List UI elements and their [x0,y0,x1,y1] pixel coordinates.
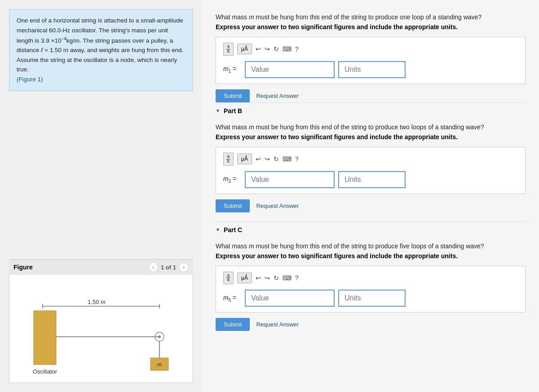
part-b-question: What mass m must be hung from this end o… [216,123,526,131]
svg-text:1.50 m: 1.50 m [88,299,106,305]
part-c-toolbar: ab μÅ ↩ ↪ ↻ ⌨ ? [223,272,518,285]
part-c-value-input[interactable] [245,290,335,307]
help-icon-a[interactable]: ? [295,45,299,53]
part-b-arrow-icon: ▼ [216,108,220,113]
part-a-toolbar: ab μÅ ↩ ↪ ↻ ⌨ ? [223,43,518,56]
part-a-actions: Submit Request Answer [216,89,526,102]
fraction-button-a[interactable]: ab [223,43,234,56]
redo-icon-a[interactable]: ↪ [265,45,270,53]
fraction-button-c[interactable]: ab [223,272,234,285]
part-a-submit-button[interactable]: Submit [216,89,250,102]
mu-button-a[interactable]: μÅ [237,44,252,54]
figure-page: 1 of 1 [161,264,176,271]
svg-text:Oscillator: Oscillator [33,368,57,374]
part-a-answer-box: ab μÅ ↩ ↪ ↻ ⌨ ? m1 = [216,37,526,84]
part-a-request-link[interactable]: Request Answer [256,92,299,99]
part-a-value-input[interactable] [245,61,335,78]
refresh-icon-a[interactable]: ↻ [274,45,279,53]
part-b-input-label: m2 = [223,175,241,184]
part-b-content: What mass m must be hung from this end o… [216,119,526,212]
figure-content: 1.50 m m Oscillator [9,275,193,383]
problem-description: One end of a horizontal string is attach… [9,9,193,91]
svg-point-7 [158,335,161,338]
figure-nav: ‹ 1 of 1 › [148,262,189,272]
keyboard-icon-a[interactable]: ⌨ [283,45,292,53]
part-b-label: Part B [224,107,242,115]
part-c-label: Part C [224,226,242,233]
redo-icon-b[interactable]: ↪ [265,155,270,163]
part-c-input-label: m5 = [223,294,241,303]
figure-link[interactable]: (Figure 1) [17,76,43,83]
help-icon-c[interactable]: ? [295,274,299,282]
part-c-question: What mass m must be hung from this end o… [216,242,526,250]
oscillator-diagram: 1.50 m m Oscillator [20,284,182,374]
redo-icon-c[interactable]: ↪ [265,274,270,282]
svg-text:m: m [157,361,162,368]
part-c-header[interactable]: ▼ Part C [216,221,526,238]
part-c-arrow-icon: ▼ [216,227,220,232]
part-a-units-input[interactable] [338,61,406,78]
part-b-instruction: Express your answer to two significant f… [216,133,526,141]
mu-button-c[interactable]: μÅ [237,273,252,283]
right-panel: What mass m must be hung from this end o… [202,0,539,392]
refresh-icon-b[interactable]: ↻ [274,155,279,163]
part-b-request-link[interactable]: Request Answer [256,203,299,209]
mu-button-b[interactable]: μÅ [237,154,252,164]
part-b-section: ▼ Part B What mass m must be hung from t… [216,102,526,212]
help-icon-b[interactable]: ? [295,155,299,163]
undo-icon-a[interactable]: ↩ [256,45,261,53]
part-b-header[interactable]: ▼ Part B [216,102,526,119]
keyboard-icon-b[interactable]: ⌨ [283,155,292,163]
part-c-request-link[interactable]: Request Answer [256,321,299,328]
part-c-actions: Submit Request Answer [216,318,526,331]
part-c-units-input[interactable] [338,290,406,307]
part-c-section: ▼ Part C What mass m must be hung from t… [216,221,526,331]
figure-section: Figure ‹ 1 of 1 › 1.50 m [0,259,202,383]
undo-icon-b[interactable]: ↩ [256,155,261,163]
part-a-content: What mass m must be hung from this end o… [216,9,526,102]
next-figure-button[interactable]: › [179,262,189,272]
part-c-instruction: Express your answer to two significant f… [216,252,526,260]
left-panel: One end of a horizontal string is attach… [0,0,202,392]
part-c-submit-button[interactable]: Submit [216,318,250,331]
refresh-icon-c[interactable]: ↻ [274,274,279,282]
figure-header: Figure ‹ 1 of 1 › [9,259,193,275]
prev-figure-button[interactable]: ‹ [148,262,158,272]
part-b-input-row: m2 = [223,171,518,188]
svg-rect-0 [34,311,56,365]
part-c-input-row: m5 = [223,290,518,307]
part-a-question: What mass m must be hung from this end o… [216,13,526,21]
part-a-input-label: m1 = [223,65,241,74]
part-c-answer-box: ab μÅ ↩ ↪ ↻ ⌨ ? m5 = [216,266,526,313]
part-c-content: What mass m must be hung from this end o… [216,238,526,331]
part-a-instruction: Express your answer to two significant f… [216,23,526,31]
part-a-input-row: m1 = [223,61,518,78]
fraction-button-b[interactable]: ab [223,153,234,166]
description-text: One end of a horizontal string is attach… [17,17,183,73]
part-b-units-input[interactable] [338,171,406,188]
figure-label: Figure [13,264,33,271]
keyboard-icon-c[interactable]: ⌨ [283,274,292,282]
part-b-toolbar: ab μÅ ↩ ↪ ↻ ⌨ ? [223,153,518,166]
undo-icon-c[interactable]: ↩ [256,274,261,282]
part-b-actions: Submit Request Answer [216,199,526,212]
part-b-answer-box: ab μÅ ↩ ↪ ↻ ⌨ ? m2 = [216,147,526,194]
part-b-value-input[interactable] [245,171,335,188]
part-b-submit-button[interactable]: Submit [216,199,250,212]
